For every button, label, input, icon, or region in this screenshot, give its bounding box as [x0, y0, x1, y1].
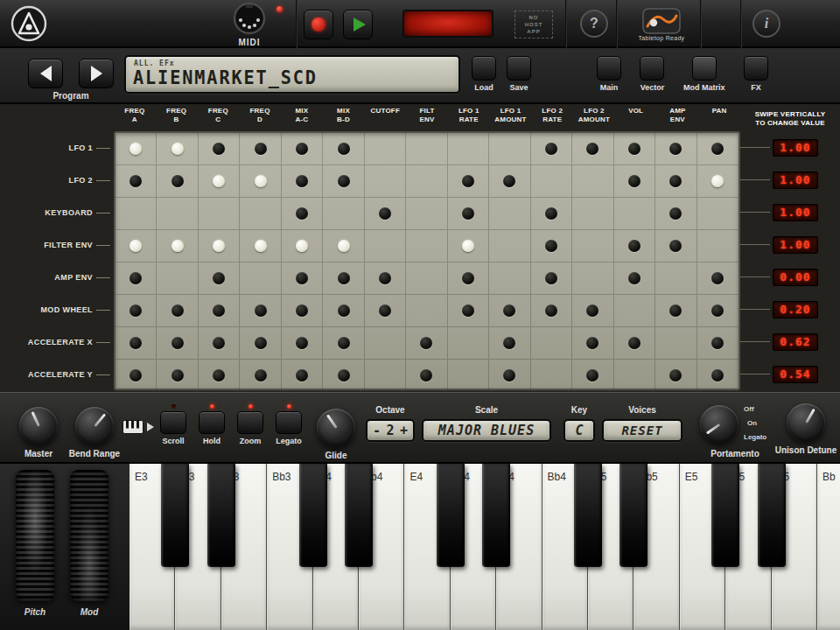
- mod-dot-off[interactable]: [462, 175, 474, 187]
- mod-dot-off[interactable]: [420, 369, 432, 382]
- scroll-button[interactable]: [160, 411, 186, 434]
- matrix-cell[interactable]: [116, 230, 157, 262]
- mod-wheel[interactable]: [70, 470, 108, 601]
- mod-amount-display[interactable]: 0.20: [773, 301, 818, 318]
- matrix-cell[interactable]: [489, 295, 530, 327]
- matrix-cell[interactable]: [406, 133, 447, 165]
- mod-dot-off[interactable]: [711, 337, 724, 349]
- matrix-cell[interactable]: [240, 262, 281, 295]
- mod-dot-off[interactable]: [296, 272, 308, 284]
- matrix-cell[interactable]: [655, 133, 696, 165]
- matrix-cell[interactable]: [365, 360, 406, 392]
- octave-display[interactable]: - 2 +: [366, 419, 415, 442]
- matrix-cell[interactable]: [157, 165, 198, 198]
- mod-dot-off[interactable]: [130, 304, 142, 317]
- portamento-knob[interactable]: [700, 405, 738, 444]
- mod-dot-off[interactable]: [503, 337, 515, 349]
- matrix-cell[interactable]: [282, 198, 323, 230]
- mod-amount-display[interactable]: 0.54: [773, 366, 818, 383]
- mod-dot-off[interactable]: [545, 207, 557, 220]
- matrix-cell[interactable]: [365, 133, 406, 165]
- matrix-cell[interactable]: [489, 165, 530, 198]
- tab-fx-button[interactable]: [744, 56, 768, 80]
- matrix-cell[interactable]: [116, 262, 157, 295]
- mod-dot-off[interactable]: [130, 337, 142, 349]
- next-program-button[interactable]: [79, 59, 114, 88]
- mod-dot-on[interactable]: [130, 240, 142, 252]
- matrix-cell[interactable]: [365, 295, 406, 327]
- mod-dot-off[interactable]: [379, 207, 391, 220]
- mod-dot-off[interactable]: [503, 304, 515, 317]
- matrix-cell[interactable]: [572, 327, 613, 360]
- mod-amount-display[interactable]: 0.62: [773, 333, 818, 351]
- matrix-cell[interactable]: [282, 165, 323, 198]
- matrix-cell[interactable]: [489, 198, 530, 230]
- matrix-cell[interactable]: [157, 133, 198, 165]
- matrix-cell[interactable]: [448, 230, 489, 262]
- matrix-cell[interactable]: [614, 165, 655, 198]
- matrix-cell[interactable]: [572, 230, 613, 262]
- matrix-cell[interactable]: [448, 295, 489, 327]
- matrix-cell[interactable]: [655, 295, 696, 327]
- matrix-cell[interactable]: [323, 295, 364, 327]
- matrix-cell[interactable]: [697, 360, 738, 392]
- mod-dot-off[interactable]: [379, 272, 391, 284]
- load-button[interactable]: [472, 56, 496, 80]
- mod-dot-off[interactable]: [130, 369, 142, 382]
- matrix-cell[interactable]: [282, 262, 323, 295]
- bend-range-knob[interactable]: [75, 407, 114, 445]
- matrix-cell[interactable]: [655, 230, 696, 262]
- matrix-cell[interactable]: [116, 165, 157, 198]
- matrix-cell[interactable]: [199, 165, 240, 198]
- matrix-cell[interactable]: [199, 262, 240, 295]
- voices-reset-button[interactable]: RESET: [602, 419, 682, 442]
- matrix-cell[interactable]: [240, 133, 281, 165]
- tab-vector-button[interactable]: [640, 56, 664, 80]
- mod-dot-off[interactable]: [172, 304, 184, 317]
- mod-dot-off[interactable]: [255, 143, 267, 155]
- matrix-cell[interactable]: [323, 230, 364, 262]
- matrix-cell[interactable]: [655, 327, 696, 360]
- black-key[interactable]: [758, 464, 786, 567]
- matrix-cell[interactable]: [614, 295, 655, 327]
- mod-dot-off[interactable]: [669, 175, 682, 187]
- matrix-cell[interactable]: [323, 133, 364, 165]
- mod-dot-off[interactable]: [296, 175, 308, 187]
- mod-dot-off[interactable]: [172, 337, 184, 349]
- black-key[interactable]: [437, 464, 465, 567]
- matrix-cell[interactable]: [282, 230, 323, 262]
- mod-dot-off[interactable]: [628, 175, 640, 187]
- matrix-cell[interactable]: [572, 133, 613, 165]
- mod-dot-off[interactable]: [462, 272, 474, 284]
- matrix-cell[interactable]: [157, 262, 198, 295]
- matrix-cell[interactable]: [323, 165, 364, 198]
- matrix-cell[interactable]: [406, 327, 447, 360]
- mod-dot-off[interactable]: [628, 337, 640, 349]
- mod-amount-display[interactable]: 1.00: [773, 172, 818, 189]
- mod-dot-off[interactable]: [338, 304, 350, 317]
- mod-dot-on[interactable]: [172, 143, 184, 155]
- unison-detune-knob[interactable]: [787, 403, 825, 442]
- mod-dot-off[interactable]: [711, 143, 724, 155]
- matrix-cell[interactable]: [531, 165, 572, 198]
- matrix-cell[interactable]: [365, 165, 406, 198]
- mod-amount-display[interactable]: 0.00: [773, 269, 818, 286]
- matrix-cell[interactable]: [655, 360, 696, 392]
- mod-dot-off[interactable]: [296, 337, 308, 349]
- mod-dot-off[interactable]: [213, 272, 225, 284]
- mod-dot-off[interactable]: [130, 175, 142, 187]
- record-button[interactable]: [304, 10, 333, 39]
- matrix-cell[interactable]: [157, 198, 198, 230]
- matrix-cell[interactable]: [365, 262, 406, 295]
- info-button[interactable]: i: [752, 10, 780, 38]
- matrix-cell[interactable]: [365, 198, 406, 230]
- matrix-cell[interactable]: [489, 262, 530, 295]
- mod-dot-off[interactable]: [255, 337, 267, 349]
- mod-dot-off[interactable]: [338, 337, 350, 349]
- tabletop-ready-badge[interactable]: Tabletop Ready: [625, 3, 698, 46]
- matrix-cell[interactable]: [448, 198, 489, 230]
- matrix-cell[interactable]: [531, 262, 572, 295]
- mod-amount-display[interactable]: 1.00: [773, 236, 818, 254]
- matrix-cell[interactable]: [489, 360, 530, 392]
- mod-dot-off[interactable]: [669, 240, 682, 252]
